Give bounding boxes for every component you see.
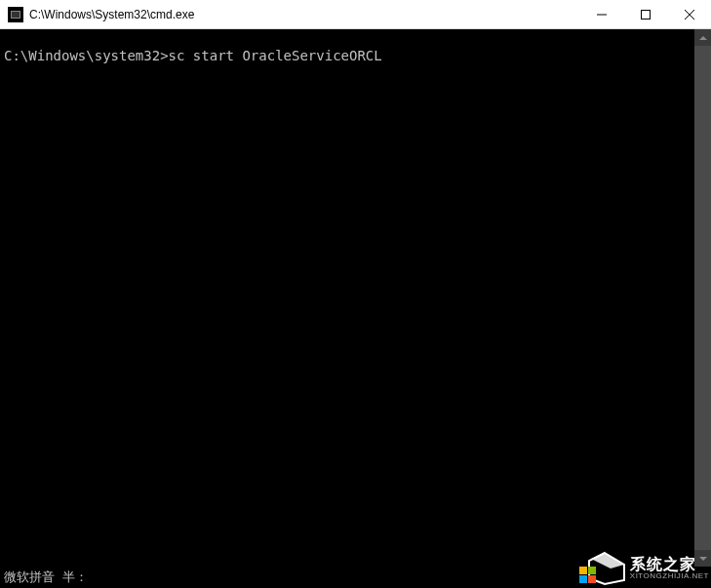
ime-status-text: 微软拼音 半： — [4, 568, 88, 586]
watermark: 系统之家 XITONGZHIJIA.NET — [577, 551, 709, 586]
prompt-text: C:\Windows\system32> — [4, 48, 169, 63]
watermark-main-text: 系统之家 — [630, 557, 696, 572]
terminal-output[interactable]: C:\Windows\system32>sc start OracleServi… — [0, 29, 694, 567]
watermark-logo-icon — [577, 551, 626, 586]
svg-marker-4 — [699, 36, 707, 40]
terminal-area: C:\Windows\system32>sc start OracleServi… — [0, 29, 711, 567]
svg-rect-10 — [579, 575, 587, 583]
close-button[interactable] — [667, 0, 711, 28]
scrollbar-thumb[interactable] — [694, 46, 711, 550]
scrollbar-track[interactable] — [694, 46, 711, 550]
window-controls — [579, 0, 711, 28]
watermark-text: 系统之家 XITONGZHIJIA.NET — [630, 557, 709, 580]
svg-rect-11 — [588, 575, 596, 583]
titlebar[interactable]: C:\Windows\System32\cmd.exe — [0, 0, 711, 29]
svg-rect-9 — [588, 567, 596, 574]
vertical-scrollbar[interactable] — [694, 29, 711, 567]
cmd-icon — [8, 7, 23, 22]
command-text: sc start OracleServiceORCL — [169, 48, 382, 63]
window-title: C:\Windows\System32\cmd.exe — [29, 8, 579, 21]
maximize-button[interactable] — [623, 0, 667, 28]
svg-rect-8 — [579, 567, 587, 574]
svg-rect-1 — [641, 10, 650, 19]
cmd-window: C:\Windows\System32\cmd.exe C:\Windows\s… — [0, 0, 711, 588]
watermark-sub-text: XITONGZHIJIA.NET — [630, 572, 709, 580]
minimize-button[interactable] — [579, 0, 623, 28]
scrollbar-up-button[interactable] — [694, 29, 711, 46]
